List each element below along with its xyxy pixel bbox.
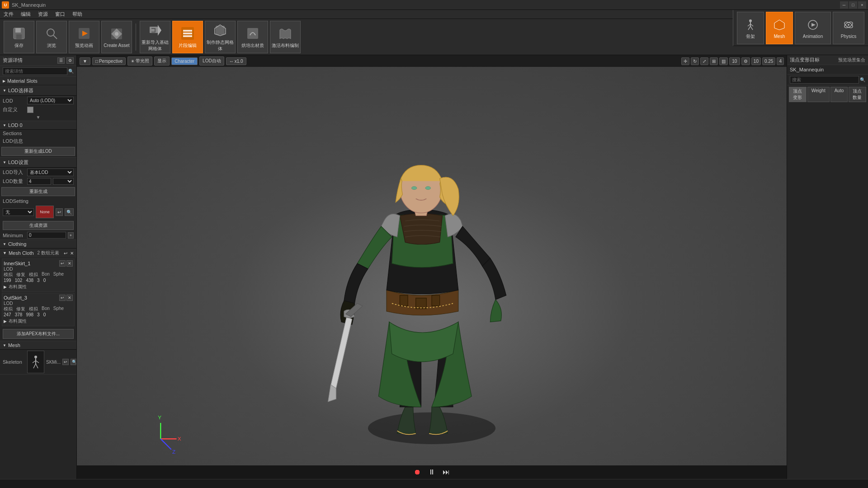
cloth-item-0-delete[interactable]: ✕ [66, 260, 73, 267]
mesh-section-header[interactable]: ▼ Mesh [0, 341, 76, 350]
maximize-btn[interactable]: □ [849, 1, 857, 9]
show-btn[interactable]: 显示 [154, 56, 170, 66]
regen-lod-btn[interactable]: 重新生成LOD [1, 147, 75, 156]
viewport-menu-btn[interactable]: ▼ [80, 57, 90, 65]
expand-icon[interactable]: ▼ [36, 115, 41, 120]
search-input[interactable] [3, 67, 67, 75]
lod-selector-header[interactable]: ▼ LOD选择器 [0, 86, 76, 96]
snap-rotate-input[interactable]: 10 [729, 57, 740, 65]
sections-row: Sections [0, 130, 76, 137]
lod-count-dropdown[interactable] [53, 178, 74, 185]
regen-btn[interactable]: 重新生成 [1, 187, 75, 196]
skeleton-refresh-btn[interactable]: ↩ [62, 359, 69, 365]
scale-label: x1.0 [235, 59, 243, 64]
clothing-header[interactable]: ▼ Clothing [0, 240, 76, 249]
cloth-item-1-refresh[interactable]: ↩ [59, 295, 66, 301]
skeleton-btn[interactable]: 骨架 [737, 12, 764, 44]
viewport[interactable]: ▼ □ Perspective ☀ 带光照 显示 Character LOD自动… [77, 55, 787, 479]
svg-marker-24 [774, 20, 784, 30]
scale-val[interactable]: 0.25 [762, 57, 775, 65]
view-toggle-btn[interactable]: ☰ [57, 57, 65, 64]
tab-auto[interactable]: Auto [830, 87, 848, 102]
tab-weight[interactable]: Weight [807, 87, 830, 102]
perspective-btn[interactable]: □ Perspective [92, 57, 126, 65]
scale-mode-btn[interactable]: ⤢ [700, 57, 708, 65]
static-mesh-button[interactable]: 制作静态网格体 [205, 21, 236, 53]
lod-refresh-btn[interactable]: ↩ [56, 208, 63, 216]
rot-val[interactable]: 10 [751, 57, 761, 65]
browse-button[interactable]: 浏览 [36, 21, 67, 53]
bake-button[interactable]: 烘培出材质 [237, 21, 268, 53]
minimum-inc-btn[interactable]: + [68, 232, 74, 239]
tab-vertex-morph[interactable]: 顶点变形 [789, 87, 807, 102]
reimport-button[interactable]: 重新导入基础网格体 [140, 21, 170, 53]
search-icon: 🔍 [68, 69, 74, 74]
regen-lod-row: 重新生成LOD [0, 145, 76, 157]
tab-vertex-count[interactable]: 顶点数量 [849, 87, 866, 102]
lod-select[interactable]: Auto (LOD0) LOD0 LOD1 LOD2 LOD3 [27, 97, 74, 104]
close-btn[interactable]: × [858, 1, 866, 9]
menu-window[interactable]: 窗口 [53, 10, 67, 19]
sections-label: Sections [3, 131, 25, 136]
mesh-btn[interactable]: Mesh [766, 12, 793, 44]
create-asset-button[interactable]: Create Asset [101, 21, 132, 53]
menu-file[interactable]: 文件 [2, 10, 15, 19]
pause-btn[interactable]: ⏸ [427, 467, 437, 477]
menu-edit[interactable]: 编辑 [19, 10, 33, 19]
next-btn[interactable]: ⏭ [441, 467, 451, 477]
cloth-item-0-name: InnerSkirt_1 [4, 261, 30, 266]
save-button[interactable]: 保存 [4, 21, 34, 53]
lod-setting-none-select[interactable]: 无 [3, 208, 34, 216]
material-slots-header[interactable]: ▶ Material Slots [0, 77, 76, 85]
minimum-row: Minimum + [0, 231, 76, 239]
lod-auto-btn[interactable]: LOD自动 [199, 56, 224, 66]
svg-rect-14 [183, 35, 192, 37]
animation-btn[interactable]: Animation [795, 12, 831, 44]
world-mode-btn[interactable]: ⊞ [710, 57, 718, 65]
cloth-item-1-delete[interactable]: ✕ [66, 295, 73, 301]
character-btn[interactable]: Character [171, 57, 198, 65]
svg-rect-12 [183, 30, 192, 32]
minimum-input[interactable] [27, 232, 66, 239]
lod0-header[interactable]: ▼ LOD 0 [0, 121, 76, 130]
titlebar: U SK_Mannequin ─ □ × [0, 0, 868, 10]
cam-speed-val[interactable]: 4 [777, 57, 784, 65]
lod-settings-header[interactable]: ▼ LOD设置 [0, 158, 76, 168]
add-apex-btn[interactable]: 添加APEX布料文件... [3, 329, 74, 339]
menu-asset[interactable]: 资源 [36, 10, 50, 19]
cloth-refresh-btn[interactable]: ↩ [64, 251, 67, 256]
settings-btn[interactable]: ⚙ [66, 57, 74, 64]
generate-asset-btn[interactable]: 生成资源 [3, 221, 74, 230]
cloth-item-1-expand[interactable]: ▶ [4, 319, 7, 324]
record-btn[interactable]: ⏺ [412, 467, 422, 477]
rp-search-row: 🔍 [787, 75, 868, 85]
physics-btn[interactable]: Physics [833, 12, 864, 44]
cloth-item-0-refresh[interactable]: ↩ [59, 260, 66, 267]
move-mode-btn[interactable]: ✛ [681, 57, 689, 65]
lod-count-input[interactable] [27, 178, 51, 185]
lod-selector-section: ▼ LOD选择器 LOD Auto (LOD0) LOD0 LOD1 LOD2 … [0, 86, 76, 121]
skeleton-search-btn[interactable]: 🔍 [71, 359, 77, 365]
cloth-delete-btn[interactable]: ✕ [70, 251, 74, 256]
cloth-item-0-expand[interactable]: ▶ [4, 285, 7, 289]
rotate-mode-btn[interactable]: ↻ [691, 57, 699, 65]
lighting-btn[interactable]: ☀ 带光照 [127, 56, 152, 66]
lod-color-swatch[interactable]: None [36, 206, 54, 218]
cloth-item-1-name: OutSkirt_3 [4, 295, 27, 300]
lod-search-btn[interactable]: 🔍 [65, 208, 74, 216]
custom-color[interactable] [27, 107, 33, 113]
material-arrow: ▶ [3, 79, 5, 83]
cloth-button[interactable]: 激活布料编制 [270, 21, 301, 53]
clothing-section: ▼ Clothing ▼ Mesh Cloth 2 数组元素 ↩ ✕ Inner… [0, 240, 76, 341]
minimize-btn[interactable]: ─ [840, 1, 848, 9]
preview-anim-button[interactable]: 预览动画 [69, 21, 99, 53]
scale-btn[interactable]: ↔ x1.0 [226, 57, 246, 65]
menu-help[interactable]: 帮助 [71, 10, 84, 19]
surface-btn[interactable]: ▥ [719, 57, 728, 65]
slice-edit-button[interactable]: 片段编辑 [172, 21, 203, 53]
lod-import-select[interactable]: 基本LOD [27, 169, 74, 176]
lod0-label: LOD 0 [8, 122, 23, 128]
lod-settings-section: ▼ LOD设置 LOD导入 基本LOD LOD数量 重新生成 LODSettin… [0, 158, 76, 240]
rp-search-input[interactable] [790, 76, 859, 84]
source-header: 资源详情 ☰ ⚙ [0, 55, 76, 66]
